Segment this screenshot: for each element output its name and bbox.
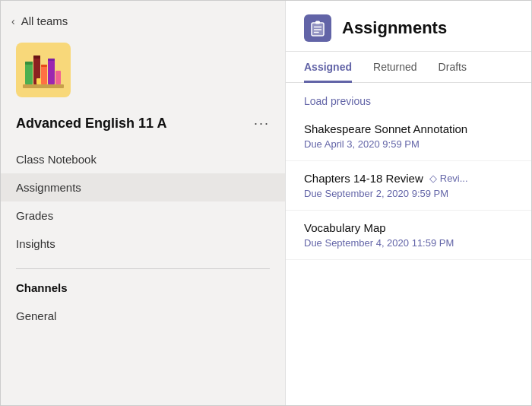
back-arrow-icon: ‹	[11, 15, 15, 27]
load-previous-button[interactable]: Load previous	[286, 83, 531, 112]
team-name: Advanced English 11 A	[16, 116, 166, 132]
team-icon	[16, 43, 71, 97]
team-icon-area	[1, 35, 285, 108]
assignment-name: Vocabulary Map	[304, 221, 386, 234]
assignment-title-row: Shakespeare Sonnet Annotation	[304, 122, 513, 135]
sidebar-item-class-notebook[interactable]: Class Notebook	[1, 145, 285, 173]
svg-rect-0	[23, 84, 64, 88]
svg-rect-9	[55, 71, 61, 84]
clipboard-icon	[309, 20, 326, 36]
list-item[interactable]: Chapters 14-18 Review ◇ Revi... Due Sept…	[286, 161, 531, 211]
svg-rect-4	[33, 56, 40, 59]
sidebar: ‹ All teams	[1, 1, 286, 406]
back-label: All teams	[21, 14, 68, 27]
assignments-list: Shakespeare Sonnet Annotation Due April …	[286, 112, 531, 406]
svg-rect-8	[48, 59, 55, 61]
panel-header: Assignments	[286, 1, 531, 52]
back-nav[interactable]: ‹ All teams	[1, 1, 285, 35]
books-illustration-icon	[21, 48, 65, 92]
list-item[interactable]: Shakespeare Sonnet Annotation Due April …	[286, 112, 531, 161]
svg-rect-1	[25, 62, 33, 84]
assignment-name: Shakespeare Sonnet Annotation	[304, 122, 467, 135]
badge-label: Revi...	[440, 173, 468, 184]
sidebar-item-insights[interactable]: Insights	[1, 230, 285, 258]
svg-rect-7	[48, 59, 55, 84]
svg-rect-2	[25, 62, 33, 65]
assignment-due: Due September 2, 2020 9:59 PM	[304, 188, 513, 199]
list-item[interactable]: Vocabulary Map Due September 4, 2020 11:…	[286, 211, 531, 260]
svg-rect-6	[41, 65, 47, 67]
channels-label: Channels	[1, 280, 285, 302]
assignment-due: Due September 4, 2020 11:59 PM	[304, 237, 513, 249]
diamond-icon: ◇	[429, 173, 437, 184]
sidebar-item-assignments[interactable]: Assignments	[1, 173, 285, 201]
svg-rect-10	[36, 78, 41, 84]
assignment-title-row: Vocabulary Map	[304, 221, 513, 234]
svg-rect-5	[41, 65, 47, 84]
tabs-bar: Assigned Returned Drafts	[286, 52, 531, 83]
tab-returned[interactable]: Returned	[373, 52, 417, 83]
review-badge: ◇ Revi...	[429, 173, 468, 184]
assignment-name: Chapters 14-18 Review	[304, 172, 423, 185]
main-panel: Assignments Assigned Returned Drafts Loa…	[286, 1, 531, 406]
panel-title: Assignments	[342, 18, 447, 38]
nav-items: Class Notebook Assignments Grades Insigh…	[1, 145, 285, 258]
more-options-button[interactable]: ···	[254, 116, 270, 132]
sidebar-item-grades[interactable]: Grades	[1, 201, 285, 230]
sidebar-item-general[interactable]: General	[1, 302, 285, 330]
svg-rect-13	[315, 21, 320, 24]
assignment-due: Due April 3, 2020 9:59 PM	[304, 138, 513, 150]
tab-drafts[interactable]: Drafts	[439, 52, 467, 83]
divider	[16, 268, 270, 269]
assignment-title-row: Chapters 14-18 Review ◇ Revi...	[304, 172, 513, 185]
team-name-row: Advanced English 11 A ···	[1, 108, 285, 135]
tab-assigned[interactable]: Assigned	[304, 52, 352, 83]
assignments-app-icon	[304, 14, 331, 42]
